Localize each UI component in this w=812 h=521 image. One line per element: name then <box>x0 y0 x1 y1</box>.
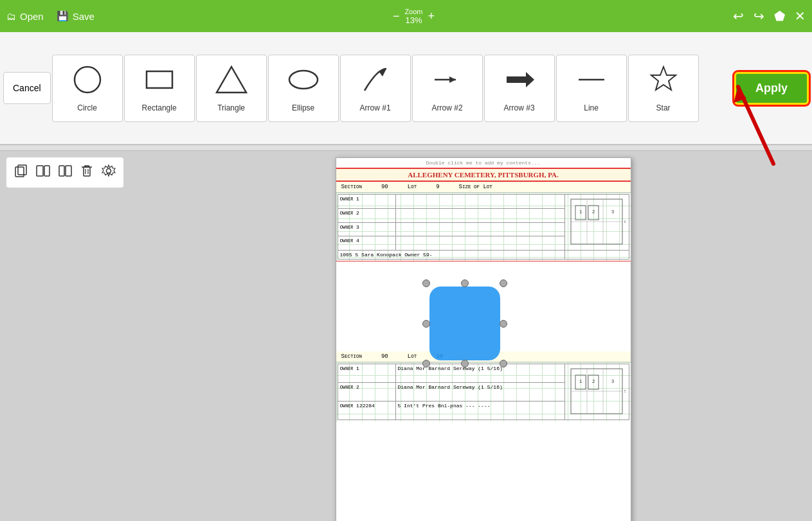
shape-circle[interactable]: Circle <box>52 55 123 122</box>
arrow1-icon <box>359 64 392 100</box>
triangle-label: Triangle <box>217 103 245 112</box>
owner-label-4: OWNER 4 <box>338 236 395 251</box>
blue-shape-container[interactable] <box>426 283 503 364</box>
lot10-owner-label-3: OWNER 122284 <box>338 402 395 420</box>
svg-rect-18 <box>66 166 71 176</box>
owner-value-1 <box>395 195 564 209</box>
main-area: Double click me to add my contents... AL… <box>0 151 812 521</box>
lot10-owner-label-2: OWNER 2 <box>338 383 395 402</box>
handle-top-left[interactable] <box>422 279 430 287</box>
lot10-owner-value-2: Diana Mor Barnard Sereway (1 5/16) <box>395 383 564 402</box>
owner-value-3 <box>395 222 564 236</box>
open-button[interactable]: 🗂 Open <box>6 11 44 22</box>
save-button[interactable]: 💾 Save <box>57 10 95 22</box>
svg-text:2: 2 <box>592 379 595 384</box>
arrow3-label: Arrow #3 <box>504 103 535 112</box>
svg-text:8': 8' <box>624 220 626 224</box>
svg-marker-8 <box>526 72 534 87</box>
handle-bottom-center[interactable] <box>461 360 469 367</box>
document-hint: Double click me to add my contents... <box>336 158 631 168</box>
owner-row5-right <box>564 251 629 260</box>
section-label-2: SECTION <box>341 353 362 360</box>
svg-text:2: 2 <box>592 209 595 215</box>
shape-ellipse[interactable]: Ellipse <box>268 55 339 122</box>
lot10-grid: OWNER 1 Diana Mor Barnard Sereway (1 5/1… <box>336 362 631 421</box>
handle-middle-right[interactable] <box>500 320 507 328</box>
zoom-display: Zoom 13% <box>404 8 422 25</box>
rectangle-icon <box>143 64 176 100</box>
lot-diagram: 1 2 3 8' <box>568 196 626 247</box>
lot9-grid: OWNER 1 1 <box>336 193 631 261</box>
document-title-area: ALLEGHENY CEMETERY, PITTSBURGH, PA. <box>336 168 631 182</box>
line-label: Line <box>584 103 599 112</box>
line-icon <box>575 64 608 100</box>
cancel-button[interactable]: Cancel <box>3 72 51 104</box>
svg-text:3: 3 <box>611 209 614 215</box>
arrow2-label: Arrow #2 <box>432 103 463 112</box>
panel-icon-delete[interactable] <box>78 163 95 182</box>
shape-star[interactable]: Star <box>628 55 699 122</box>
shape-triangle[interactable]: Triangle <box>196 55 267 122</box>
shape-arrow1[interactable]: Arrow #1 <box>340 55 411 122</box>
shape-rectangle[interactable]: Rectangle <box>124 55 195 122</box>
svg-marker-6 <box>449 76 456 83</box>
document-wrapper[interactable]: Double click me to add my contents... AL… <box>336 157 631 521</box>
shape-arrow2[interactable]: Arrow #2 <box>412 55 483 122</box>
section-header-1: SECTION 90 LOT 9 SIZE OF LOT <box>336 182 631 193</box>
handle-middle-left[interactable] <box>422 320 430 328</box>
top-right-controls: ↩ ↪ ⬟ ✕ <box>733 8 806 24</box>
svg-rect-7 <box>507 76 526 83</box>
owner-label-2: OWNER 2 <box>338 208 395 222</box>
panel-icon-copy[interactable] <box>13 163 30 182</box>
svg-marker-10 <box>651 67 676 90</box>
table-row: 1005 5 Sara Konopack Owner 59- <box>338 251 629 260</box>
handle-top-center[interactable] <box>461 279 469 287</box>
apply-button[interactable]: Apply <box>734 72 809 105</box>
redo-button[interactable]: ↪ <box>753 8 764 24</box>
panel-icon-settings[interactable] <box>100 163 117 182</box>
document-title: ALLEGHENY CEMETERY, PITTSBURGH, PA. <box>336 171 631 179</box>
layers-button[interactable]: ⬟ <box>774 8 785 24</box>
svg-rect-1 <box>147 71 172 88</box>
arrow2-icon <box>431 64 464 100</box>
svg-point-0 <box>75 67 100 93</box>
zoom-in-button[interactable]: + <box>428 10 435 22</box>
handle-bottom-right[interactable] <box>500 360 507 367</box>
rectangle-label: Rectangle <box>142 103 177 112</box>
handle-top-right[interactable] <box>500 279 507 287</box>
lot-value-1: 9 <box>436 184 439 190</box>
circle-label: Circle <box>77 103 97 112</box>
svg-text:1: 1 <box>579 379 582 384</box>
owner-label-3: OWNER 3 <box>338 222 395 236</box>
undo-button[interactable]: ↩ <box>733 8 744 24</box>
zoom-out-button[interactable]: − <box>393 10 400 22</box>
lot10-table: OWNER 1 Diana Mor Barnard Sereway (1 5/1… <box>338 364 629 420</box>
star-label: Star <box>656 103 671 112</box>
scrollbar[interactable] <box>0 145 812 151</box>
section-value-1: 90 <box>381 184 388 190</box>
lot9-table: OWNER 1 1 <box>338 194 629 260</box>
left-panel-icons <box>6 157 123 188</box>
close-button[interactable]: ✕ <box>795 8 806 24</box>
lot10-owner-label-1: OWNER 1 <box>338 364 395 383</box>
shape-toolbar: Cancel Circle Rectangle Triangle Ellipse… <box>0 32 812 145</box>
star-icon <box>647 64 680 100</box>
svg-rect-15 <box>37 166 43 176</box>
zoom-level: 13% <box>404 15 422 25</box>
panel-icon-align-right[interactable] <box>57 163 73 182</box>
shape-arrow3[interactable]: Arrow #3 <box>484 55 555 122</box>
table-row: OWNER 1 Diana Mor Barnard Sereway (1 5/1… <box>338 364 629 383</box>
section-value-2: 90 <box>381 353 388 360</box>
arrow1-label: Arrow #1 <box>360 103 391 112</box>
shape-line[interactable]: Line <box>556 55 627 122</box>
open-icon: 🗂 <box>6 11 16 22</box>
lot10-diagram-cell: 1 2 3 5' <box>564 364 629 420</box>
panel-icon-align-left[interactable] <box>35 163 51 182</box>
svg-text:3: 3 <box>611 379 614 384</box>
blue-shape-svg <box>426 283 503 364</box>
owner-row5: 1005 5 Sara Konopack Owner 59- <box>338 251 564 260</box>
lot-diagram-cell: 1 2 3 8' <box>564 195 629 251</box>
svg-rect-19 <box>84 167 90 176</box>
handle-bottom-left[interactable] <box>422 360 430 367</box>
svg-point-22 <box>107 169 111 173</box>
